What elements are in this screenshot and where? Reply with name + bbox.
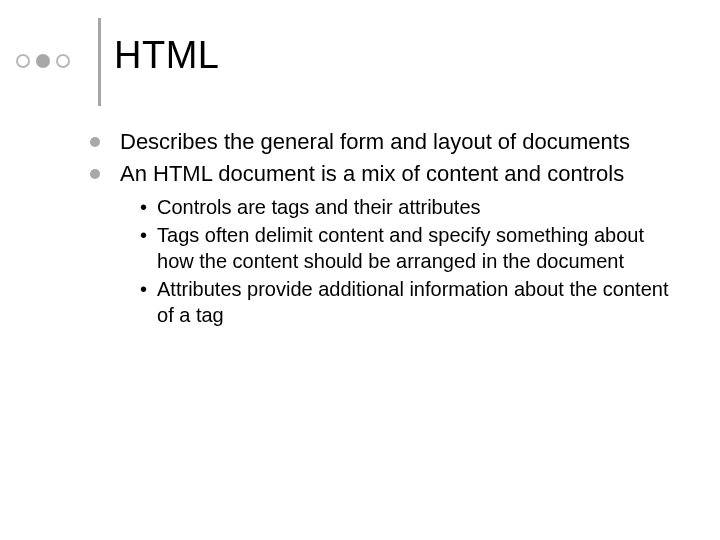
- list-item-text: Describes the general form and layout of…: [120, 128, 630, 156]
- decor-circle: [36, 54, 50, 68]
- list-item-text: An HTML document is a mix of content and…: [120, 160, 624, 188]
- bullet-icon: •: [140, 222, 147, 248]
- bullet-icon: [90, 137, 100, 147]
- list-item: • Controls are tags and their attributes: [140, 194, 680, 220]
- bullet-icon: •: [140, 276, 147, 302]
- decor-circle: [56, 54, 70, 68]
- slide-decor-circles: [16, 54, 70, 68]
- decor-circle: [16, 54, 30, 68]
- bullet-icon: [90, 169, 100, 179]
- list-item: • Attributes provide additional informat…: [140, 276, 680, 328]
- slide-decor-line: [98, 18, 101, 106]
- sublist: • Controls are tags and their attributes…: [140, 194, 680, 328]
- slide-title: HTML: [114, 34, 219, 77]
- list-item-text: Attributes provide additional informatio…: [157, 276, 680, 328]
- list-item-text: Tags often delimit content and specify s…: [157, 222, 680, 274]
- list-item: Describes the general form and layout of…: [90, 128, 680, 156]
- list-item: • Tags often delimit content and specify…: [140, 222, 680, 274]
- list-item: An HTML document is a mix of content and…: [90, 160, 680, 188]
- slide-content: Describes the general form and layout of…: [90, 128, 680, 330]
- bullet-icon: •: [140, 194, 147, 220]
- list-item-text: Controls are tags and their attributes: [157, 194, 481, 220]
